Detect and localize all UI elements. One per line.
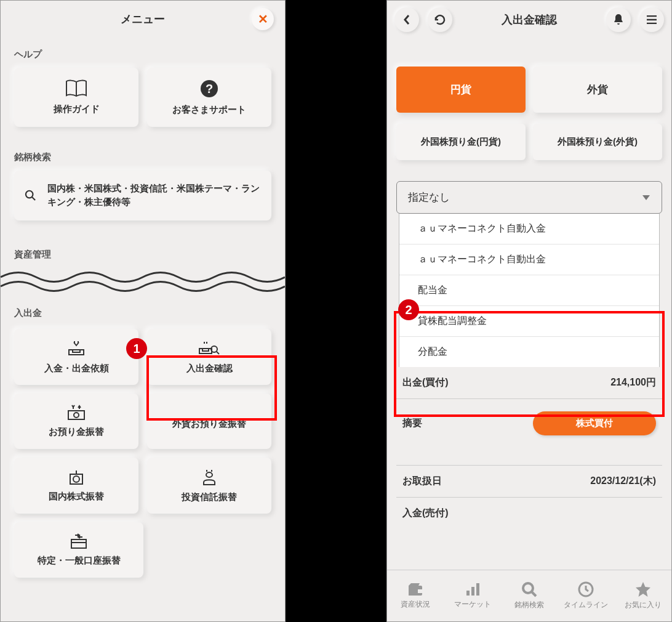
bell-icon — [613, 14, 624, 26]
tab-jpy[interactable]: 円貨 — [396, 67, 526, 113]
account-swap-icon — [69, 533, 89, 549]
withdrawal-value: 214,100円 — [610, 376, 656, 389]
deposit-withdraw-request-label: 入金・出金依頼 — [44, 362, 109, 374]
svg-rect-19 — [71, 539, 86, 548]
summary-label: 摘要 — [402, 417, 422, 430]
notification-button[interactable] — [606, 7, 631, 32]
deposit-tray-icon — [66, 340, 86, 357]
domestic-icon — [67, 469, 86, 485]
inout-heading: 入出金 — [1, 296, 285, 326]
stock-purchase-button[interactable]: 株式買付 — [533, 411, 656, 435]
money-transfer-icon — [66, 405, 87, 421]
menu-title: メニュー — [121, 12, 165, 26]
deposit-transfer-card[interactable]: お預り金振替 — [14, 394, 138, 449]
deposit-withdraw-request-card[interactable]: 入金・出金依頼 — [14, 329, 138, 386]
foreign-deposit-transfer-label: 外貨お預り金振替 — [172, 418, 246, 430]
star-icon — [634, 581, 652, 597]
nav-asset[interactable]: 資産状況 — [387, 570, 444, 621]
account-transfer-label: 特定・一般口座振替 — [38, 554, 121, 567]
deposit-row: 入金(売付) — [396, 498, 662, 529]
nav-search[interactable]: 銘柄検索 — [501, 570, 558, 621]
filter-option-auto-withdraw[interactable]: ａｕマネーコネクト自動出金 — [399, 244, 659, 275]
close-button[interactable]: ✕ — [252, 8, 274, 30]
customer-support-label: お客さまサポート — [172, 103, 246, 116]
domestic-stock-transfer-card[interactable]: 国内株式振替 — [14, 458, 138, 514]
menu-button[interactable] — [639, 7, 664, 32]
book-icon — [65, 79, 88, 98]
nav-market[interactable]: マーケット — [444, 570, 500, 621]
page-title: 入出金確認 — [452, 12, 606, 27]
trade-date-row: お取扱日 2023/12/21(木) — [396, 465, 662, 498]
search-heading: 銘柄検索 — [1, 140, 285, 171]
bottom-nav: 資産状況 マーケット 銘柄検索 タイムライン お気に入り — [387, 570, 671, 621]
svg-line-29 — [532, 592, 536, 596]
back-button[interactable] — [394, 7, 419, 32]
nav-favorite[interactable]: お気に入り — [615, 570, 671, 621]
chevron-left-icon — [403, 14, 410, 25]
nav-timeline-label: タイムライン — [564, 600, 608, 610]
domestic-stock-transfer-label: 国内株式振替 — [49, 490, 104, 503]
customer-support-card[interactable]: ? お客さまサポート — [147, 68, 271, 127]
annotation-badge-1: 1 — [126, 338, 147, 359]
svg-point-28 — [523, 583, 533, 593]
svg-line-7 — [217, 352, 219, 354]
filter-select-value: 指定なし — [408, 190, 450, 204]
filter-option-lending-dividend[interactable]: 貸株配当調整金 — [399, 306, 659, 337]
account-transfer-card[interactable]: 特定・一般口座振替 — [14, 522, 143, 578]
svg-rect-26 — [471, 587, 474, 596]
nav-market-label: マーケット — [454, 599, 491, 610]
svg-point-15 — [73, 476, 79, 482]
menu-header: メニュー ✕ — [1, 1, 285, 38]
tab-foreign-fx[interactable]: 外国株預り金(外貨) — [533, 124, 662, 160]
reload-icon — [434, 14, 446, 26]
wave-divider — [1, 268, 285, 294]
trade-date-label: お取扱日 — [402, 475, 442, 488]
deposit-transfer-label: お預り金振替 — [49, 426, 104, 438]
inout-confirmation-label: 入出金確認 — [186, 362, 233, 374]
operation-guide-card[interactable]: 操作ガイド — [14, 68, 138, 127]
withdrawal-label: 出金(買付) — [402, 376, 449, 389]
nav-timeline[interactable]: タイムライン — [558, 570, 614, 621]
svg-rect-25 — [466, 591, 470, 596]
investment-trust-transfer-card[interactable]: 投資信託振替 — [147, 458, 271, 514]
filter-select[interactable]: 指定なし — [396, 181, 662, 214]
filter-dropdown-list: ａｕマネーコネクト自動入金 ａｕマネーコネクト自動出金 配当金 貸株配当調整金 … — [399, 214, 660, 367]
svg-rect-24 — [418, 589, 423, 593]
filter-option-dividend[interactable]: 配当金 — [399, 275, 659, 306]
reload-button[interactable] — [428, 7, 452, 32]
clock-icon — [578, 581, 594, 597]
svg-line-3 — [32, 197, 35, 200]
operation-guide-label: 操作ガイド — [54, 103, 100, 115]
triangle-down-icon — [642, 195, 650, 201]
summary-row: 摘要 株式買付 — [396, 398, 662, 448]
filter-option-auto-deposit[interactable]: ａｕマネーコネクト自動入金 — [399, 214, 659, 244]
svg-rect-27 — [476, 583, 479, 596]
foreign-deposit-transfer-card[interactable]: 外貨お預り金振替 — [147, 394, 271, 449]
inspect-tray-icon — [198, 340, 220, 357]
nav-favorite-label: お気に入り — [625, 600, 662, 610]
svg-text:?: ? — [206, 82, 213, 95]
stock-search-text: 国内株・米国株式・投資信託・米国株テーマ・ランキング・株主優待等 — [47, 182, 262, 209]
svg-point-11 — [74, 413, 79, 418]
tab-foreign-jpy[interactable]: 外国株預り金(円貨) — [396, 124, 526, 160]
search-icon — [521, 581, 537, 597]
inout-confirmation-card[interactable]: 入出金確認 — [147, 329, 271, 386]
asset-heading: 資産管理 — [1, 238, 285, 268]
help-heading: ヘルプ — [1, 38, 285, 68]
close-icon: ✕ — [258, 12, 268, 26]
filter-option-distribution[interactable]: 分配金 — [399, 337, 659, 367]
right-screen: 入出金確認 円貨 外貨 外国株預り金(円貨) 外国株預り金(外貨) 指定なし — [386, 0, 672, 622]
nav-asset-label: 資産状況 — [401, 599, 430, 610]
svg-point-2 — [26, 191, 33, 198]
deposit-label: 入金(売付) — [402, 507, 449, 520]
search-icon — [24, 187, 36, 204]
hamburger-icon — [646, 15, 657, 24]
tab-fx[interactable]: 外貨 — [533, 67, 662, 113]
bars-icon — [465, 582, 480, 597]
trade-date-value: 2023/12/21(木) — [590, 475, 656, 488]
investment-trust-transfer-label: 投資信託振替 — [182, 491, 237, 503]
annotation-badge-2: 2 — [398, 299, 419, 320]
left-screen: メニュー ✕ ヘルプ 操作ガイド ? お客さまサポート 銘柄検索 国内株・米国株… — [0, 0, 286, 622]
stock-search-card[interactable]: 国内株・米国株式・投資信託・米国株テーマ・ランキング・株主優待等 — [14, 171, 271, 220]
wallet-icon — [407, 582, 424, 597]
